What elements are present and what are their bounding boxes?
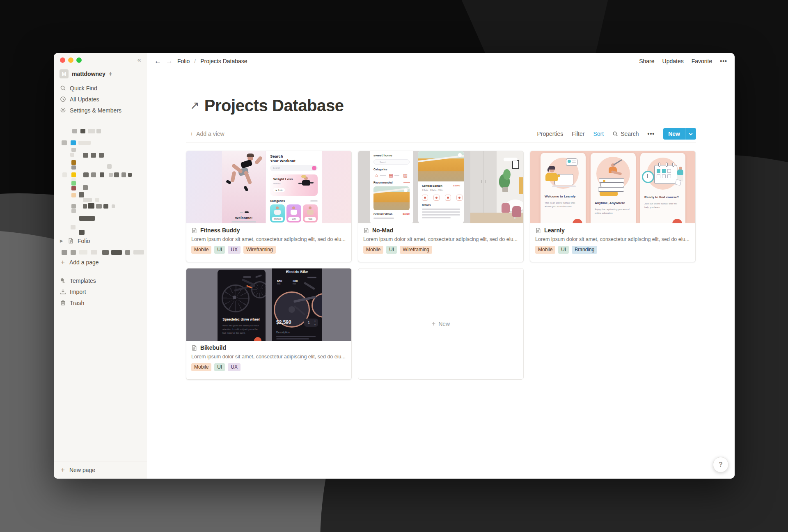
card-fitness-buddy[interactable]: → Welcome! SearchYour Workout Search Wei… <box>186 151 352 262</box>
sidebar-item-label: Import <box>70 289 86 295</box>
sidebar-skeleton-block <box>96 204 102 209</box>
breadcrumb-parent[interactable]: Folio <box>177 58 190 64</box>
sidebar-skeleton-block <box>83 204 87 209</box>
categories-label: Categories <box>373 168 387 171</box>
filter-button[interactable]: Filter <box>572 131 584 137</box>
onboarding-screen-1: Welcome to Learnly This is an online sch… <box>541 153 586 223</box>
sidebar-item-all-updates[interactable]: All Updates <box>54 94 147 105</box>
new-button[interactable]: New <box>663 128 696 140</box>
page-title[interactable]: Projects Database <box>204 96 344 115</box>
description-label: Description <box>276 331 290 334</box>
card-no-mad[interactable]: sweet home Search Categories ⌂ ▤ ▨ Recom… <box>358 151 524 262</box>
sidebar-skeleton-block <box>70 153 74 157</box>
onboarding-screen-2: Anytime, Anywhere Enjoy the captivating … <box>591 153 636 223</box>
database-tools: Properties Filter Sort Search ••• New <box>537 128 696 140</box>
sidebar-item-label: Quick Find <box>70 85 97 92</box>
listing-specs: 4 Beds · 3 Baths · 700m <box>422 189 443 191</box>
card-learnly[interactable]: Welcome to Learnly This is an online sch… <box>530 151 696 262</box>
sidebar-skeleton-block <box>133 250 144 255</box>
interior-photo <box>470 151 523 223</box>
card-description: Lorem ipsum dolor sit amet, consectetur … <box>191 236 346 242</box>
sidebar-item-trash[interactable]: Trash <box>54 297 147 308</box>
cta-button <box>254 337 261 341</box>
add-a-view-button[interactable]: + Add a view <box>186 131 224 137</box>
card-title: Learnly <box>544 227 565 234</box>
back-arrow-icon[interactable]: ← <box>154 57 161 65</box>
card-title: Fitness Buddy <box>200 227 240 234</box>
quantity-stepper: 1 ▲ ▼ <box>304 319 318 327</box>
tag-branding: Branding <box>572 246 597 254</box>
sidebar-item-label: Folio <box>78 238 90 244</box>
tag-mobile: Mobile <box>363 246 383 254</box>
search-button-dot <box>312 166 316 170</box>
workspace-switcher[interactable]: M mattdowney ▲▼ <box>60 69 112 78</box>
hotel-icon: ▤ <box>388 173 394 178</box>
bed-icon: ▨ <box>403 173 408 178</box>
sidebar-skeleton-block <box>83 172 89 177</box>
gallery-grid: → Welcome! SearchYour Workout Search Wei… <box>186 151 696 380</box>
top-bar: ← → Folio / Projects Database Share Upda… <box>147 53 735 69</box>
new-dropdown-chevron[interactable] <box>685 128 696 140</box>
sidebar-skeleton-block <box>78 141 91 145</box>
onboarding-body: This is an online school that allows you… <box>545 201 582 209</box>
zoom-window-button[interactable] <box>76 57 82 63</box>
sidebar-item-templates[interactable]: Templates <box>54 275 147 286</box>
chevron-right-icon[interactable]: ▶ <box>60 238 64 243</box>
sidebar-item-quick-find[interactable]: Quick Find <box>54 83 147 94</box>
share-button[interactable]: Share <box>639 58 654 64</box>
breadcrumb-separator: / <box>194 58 196 64</box>
sidebar-add-a-page[interactable]: + Add a page <box>54 257 147 268</box>
sidebar-skeleton-block <box>91 172 96 177</box>
card-tags: MobileUIBranding <box>535 246 690 254</box>
phone-screen: Central Edmon $1500 4 Beds · 3 Baths · 7… <box>418 151 464 223</box>
view-options-icon[interactable]: ••• <box>647 131 655 137</box>
gallery-new-item-card[interactable]: + New <box>358 268 524 380</box>
card-tags: MobileUIUX <box>191 363 346 371</box>
sidebar-skeleton-block <box>102 250 109 255</box>
spec-mile: 380 mile <box>293 279 298 285</box>
sidebar-skeleton-block <box>79 250 87 255</box>
product-title: Electric Bike <box>272 270 322 274</box>
sidebar-item-settings-members[interactable]: Settings & Members <box>54 105 147 116</box>
help-button[interactable]: ? <box>713 457 728 472</box>
sidebar-skeleton-block <box>79 192 84 197</box>
sidebar-item-label: All Updates <box>70 96 99 103</box>
sidebar-new-page[interactable]: + New page <box>54 461 147 479</box>
page-icon <box>535 227 541 234</box>
sidebar-item-import[interactable]: Import <box>54 286 147 297</box>
sidebar-skeleton-block <box>91 250 97 255</box>
forward-arrow-icon[interactable]: → <box>166 57 173 65</box>
phone-screen: Electric Bike 650 watt 380 mile <box>272 268 322 341</box>
sidebar-skeleton-block <box>71 172 76 177</box>
category-pill: Yoga <box>305 217 316 221</box>
category-card-workout: Workout <box>270 204 285 222</box>
breadcrumb-current[interactable]: Projects Database <box>200 58 247 64</box>
minimize-window-button[interactable] <box>68 57 73 63</box>
properties-button[interactable]: Properties <box>537 131 564 137</box>
sidebar-skeleton-block <box>96 129 101 133</box>
more-options-icon[interactable]: ••• <box>720 58 727 64</box>
tag-ux: UX <box>228 363 241 371</box>
onboarding-body: Enjoy the captivating process of online … <box>595 208 632 215</box>
sidebar-skeleton-block <box>71 165 76 170</box>
updates-button[interactable]: Updates <box>662 58 684 64</box>
card-bikebuild[interactable]: Speedelec drive wheel Well I had given t… <box>186 268 352 380</box>
sidebar-item-folio[interactable]: ▶ Folio <box>54 235 147 246</box>
sidebar-skeleton-block <box>71 140 76 145</box>
recommended-label: Recommended <box>373 181 393 184</box>
category-pill: Workout <box>272 217 283 221</box>
card-description: Lorem ipsum dolor sit amet, consectetur … <box>363 236 518 242</box>
favorite-button[interactable]: Favorite <box>692 58 712 64</box>
search-button[interactable]: Search <box>612 131 639 137</box>
overlay-pill <box>504 158 518 161</box>
close-window-button[interactable] <box>60 57 65 63</box>
sidebar-collapse-icon[interactable]: « <box>137 56 141 64</box>
tag-mobile: Mobile <box>191 363 211 371</box>
onboarding-title: Ready to find course? <box>644 195 679 199</box>
category-card-yoga: Yoga <box>303 204 318 222</box>
sort-button[interactable]: Sort <box>593 131 604 137</box>
house-photo <box>373 186 410 210</box>
plus-icon: + <box>60 258 66 266</box>
sidebar-skeleton-block <box>62 250 67 255</box>
product-body: Well I had given the battery so much att… <box>222 324 261 335</box>
